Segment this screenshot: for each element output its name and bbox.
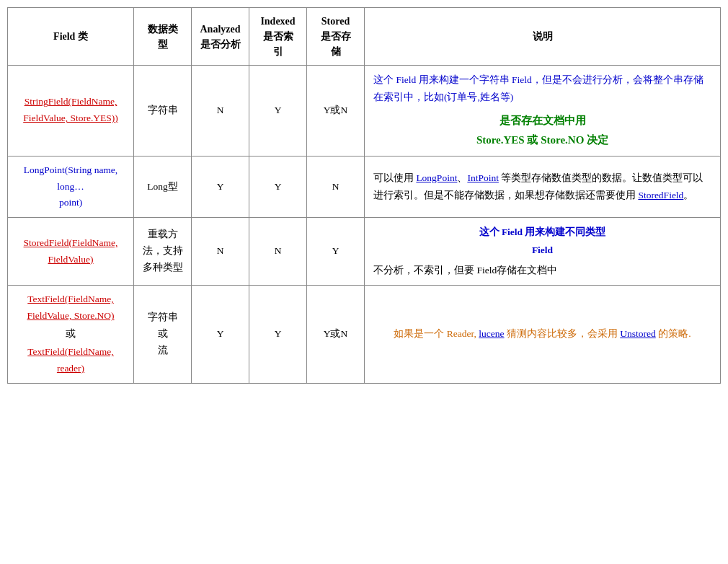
analyzed-value: Y bbox=[217, 181, 224, 192]
indexed-cell: Y bbox=[249, 286, 307, 384]
lucene-link: lucene bbox=[479, 328, 504, 339]
indexed-value: N bbox=[275, 245, 282, 256]
field-type-text: 字符串或流 bbox=[148, 312, 178, 356]
header-stored: Stored是否存储 bbox=[307, 8, 365, 66]
header-analyzed: Analyzed是否分析 bbox=[192, 8, 249, 66]
field-name-text-1: TextField(FieldName,FieldValue, Store.NO… bbox=[27, 294, 114, 321]
field-name-cell: StringField(FieldName,FieldValue, Store.… bbox=[8, 66, 134, 157]
table-row: StoredField(FieldName,FieldValue) 重载方法，支… bbox=[8, 218, 721, 286]
field-type-cell: 字符串或流 bbox=[134, 286, 192, 384]
analyzed-value: Y bbox=[217, 328, 224, 339]
field-name-cell: StoredField(FieldName,FieldValue) bbox=[8, 218, 134, 286]
desc-text-2: 是否存在文档中用Store.YES 或 Store.NO 决定 bbox=[476, 115, 608, 146]
header-desc: 说明 bbox=[365, 8, 721, 66]
field-name-text: StoredField(FieldName,FieldValue) bbox=[24, 237, 118, 265]
field-types-table: Field 类 数据类型 Analyzed是否分析 Indexed是否索引 St… bbox=[7, 7, 721, 384]
stored-value: Y bbox=[332, 245, 339, 256]
header-desc-label: 说明 bbox=[533, 31, 553, 42]
desc-cell: 这个 Field 用来构建不同类型Field 不分析，不索引，但要 Field存… bbox=[365, 218, 721, 286]
indexed-value: Y bbox=[275, 328, 282, 339]
table-row: TextField(FieldName,FieldValue, Store.NO… bbox=[8, 286, 721, 384]
field-name-cell: TextField(FieldName,FieldValue, Store.NO… bbox=[8, 286, 134, 384]
table-row: LongPoint(String name, long…point) Long型… bbox=[8, 156, 721, 218]
header-field: Field 类 bbox=[8, 8, 134, 66]
stored-cell: Y或N bbox=[307, 66, 365, 157]
desc-text-1: 可以使用 LongPoint、IntPoint 等类型存储数值类型的数据。让数值… bbox=[373, 172, 703, 201]
desc-cell: 这个 Field 用来构建一个字符串 Field，但是不会进行分析，会将整个串存… bbox=[365, 66, 721, 157]
longpoint-link: LongPoint bbox=[416, 172, 457, 183]
field-name-cell: LongPoint(String name, long…point) bbox=[8, 156, 134, 218]
field-type-cell: 重载方法，支持多种类型 bbox=[134, 218, 192, 286]
indexed-value: Y bbox=[275, 105, 282, 115]
field-name-text: StringField(FieldName,FieldValue, Store.… bbox=[23, 96, 118, 123]
field-name-text-2: TextField(FieldName,reader) bbox=[27, 346, 113, 374]
field-type-text: Long型 bbox=[147, 181, 178, 192]
stored-cell: Y或N bbox=[307, 286, 365, 384]
header-row: Field 类 数据类型 Analyzed是否分析 Indexed是否索引 St… bbox=[8, 8, 721, 66]
indexed-cell: Y bbox=[249, 156, 307, 218]
unstored-link: Unstored bbox=[620, 328, 656, 339]
indexed-value: Y bbox=[275, 181, 282, 192]
desc-text-1: 这个 Field 用来构建一个字符串 Field，但是不会进行分析，会将整个串存… bbox=[373, 74, 703, 102]
table-row: StringField(FieldName,FieldValue, Store.… bbox=[8, 66, 721, 157]
analyzed-value: N bbox=[217, 245, 224, 256]
stored-cell: N bbox=[307, 156, 365, 218]
main-content: Field 类 数据类型 Analyzed是否分析 Indexed是否索引 St… bbox=[0, 0, 728, 564]
header-indexed: Indexed是否索引 bbox=[249, 8, 307, 66]
analyzed-cell: N bbox=[192, 66, 249, 157]
analyzed-cell: Y bbox=[192, 156, 249, 218]
desc-cell: 如果是一个 Reader, lucene 猜测内容比较多，会采用 Unstore… bbox=[365, 286, 721, 384]
field-type-cell: Long型 bbox=[134, 156, 192, 218]
storedfield-link: StoredField bbox=[638, 190, 683, 201]
field-type-text: 重载方法，支持多种类型 bbox=[143, 229, 183, 273]
field-type-cell: 字符串 bbox=[134, 66, 192, 157]
desc-text-2: 不分析，不索引，但要 Field存储在文档中 bbox=[373, 265, 557, 276]
header-field-label: Field 类 bbox=[53, 31, 88, 42]
stored-value: N bbox=[332, 181, 339, 192]
field-type-text: 字符串 bbox=[148, 105, 178, 115]
intpoint-link: IntPoint bbox=[467, 172, 499, 183]
stored-value: Y或N bbox=[324, 328, 348, 339]
desc-text-1: 如果是一个 Reader, lucene 猜测内容比较多，会采用 Unstore… bbox=[394, 328, 691, 339]
desc-text-1: 这个 Field 用来构建不同类型Field bbox=[479, 226, 606, 255]
stored-cell: Y bbox=[307, 218, 365, 286]
desc-cell: 可以使用 LongPoint、IntPoint 等类型存储数值类型的数据。让数值… bbox=[365, 156, 721, 218]
indexed-cell: Y bbox=[249, 66, 307, 157]
analyzed-cell: N bbox=[192, 218, 249, 286]
analyzed-value: N bbox=[217, 105, 224, 115]
field-name-or: 或 bbox=[66, 326, 76, 343]
field-name-text: LongPoint(String name, long…point) bbox=[24, 164, 118, 208]
analyzed-cell: Y bbox=[192, 286, 249, 384]
stored-value: Y或N bbox=[324, 105, 348, 115]
indexed-cell: N bbox=[249, 218, 307, 286]
header-type: 数据类型 bbox=[134, 8, 192, 66]
